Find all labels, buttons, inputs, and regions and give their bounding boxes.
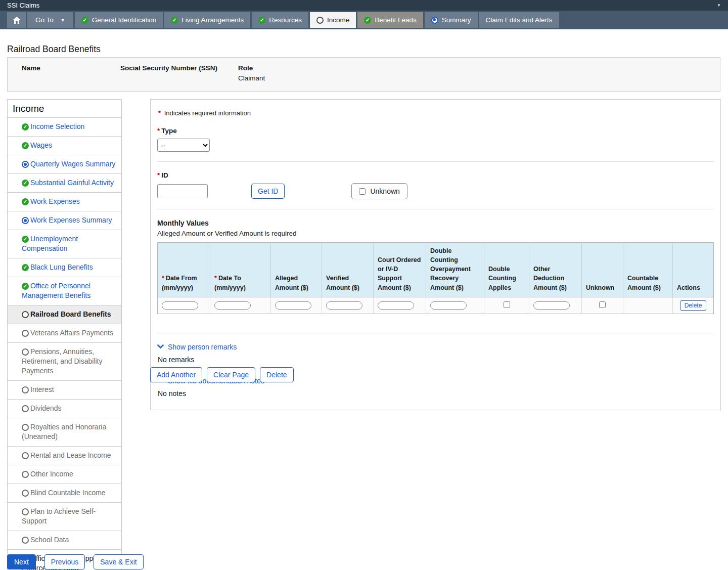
court-ordered-amount-input-cell	[374, 297, 426, 314]
table-header-row: *Date From (mm/yyyy)*Date To (mm/yyyy)Al…	[158, 243, 714, 297]
column-header-label: Other Deduction Amount ($)	[533, 266, 567, 291]
check-circle-icon	[22, 283, 29, 290]
table-row: Delete	[158, 297, 714, 314]
next-button[interactable]: Next	[7, 554, 36, 569]
section-divider	[157, 333, 714, 333]
date-to-input[interactable]	[214, 301, 251, 310]
row-unknown-checkbox[interactable]	[599, 301, 606, 308]
clear-page-button[interactable]: Clear Page	[207, 367, 255, 382]
sidebar-list: Income SelectionWagesQuarterly Wages Sum…	[8, 117, 121, 570]
column-header-label: Court Ordered or IV-D Support Amount ($)	[378, 256, 421, 291]
delete-row-button[interactable]: Delete	[680, 300, 707, 311]
chevron-down-icon[interactable]: ▼	[717, 3, 721, 8]
sidebar-item-quarterly-wages-summary[interactable]: Quarterly Wages Summary	[8, 155, 121, 173]
double-counting-recovery-input-cell	[426, 297, 484, 314]
delete-button[interactable]: Delete	[260, 367, 293, 382]
id-input[interactable]	[157, 184, 208, 198]
sidebar-item-label: Black Lung Benefits	[30, 263, 93, 271]
court-ordered-amount-input[interactable]	[378, 301, 414, 310]
circle-icon	[22, 452, 29, 459]
check-circle-icon	[22, 123, 29, 130]
nav-tab-benefit-leads[interactable]: Benefit Leads	[357, 12, 423, 28]
required-note-text: Indicates required information	[164, 109, 251, 117]
nav-tab-resources[interactable]: Resources	[252, 12, 308, 28]
home-button[interactable]	[7, 12, 26, 28]
check-circle-icon	[258, 17, 265, 24]
id-row: Get ID Unknown	[157, 183, 714, 199]
column-header-double-counting-applies: Double Counting Applies	[484, 243, 529, 297]
sidebar-item-office-of-personnel-management-benefits[interactable]: Office of Personnel Management Benefits	[8, 277, 121, 305]
sidebar-title: Income	[8, 100, 121, 117]
previous-button[interactable]: Previous	[44, 554, 85, 569]
section-divider	[157, 209, 714, 209]
id-unknown-label: Unknown	[370, 187, 399, 195]
nav-tab-label: Income	[327, 16, 349, 24]
sidebar-item-label: School Data	[30, 536, 69, 544]
date-to-input-cell	[210, 297, 271, 314]
circle-icon	[22, 405, 29, 412]
required-asterisk: *	[157, 127, 160, 135]
nav-tab-claim-edits-and-alerts[interactable]: Claim Edits and Alerts	[479, 12, 559, 28]
sidebar-item-work-expenses[interactable]: Work Expenses	[8, 192, 121, 211]
sidebar-item-wages[interactable]: Wages	[8, 136, 121, 155]
sidebar-item-income-selection[interactable]: Income Selection	[8, 117, 121, 136]
type-select[interactable]: --	[157, 139, 210, 152]
income-sidebar: Income Income SelectionWagesQuarterly Wa…	[7, 99, 122, 570]
sidebar-item-black-lung-benefits[interactable]: Black Lung Benefits	[8, 258, 121, 277]
sidebar-item-label: Dividends	[30, 404, 61, 412]
id-unknown-box[interactable]: Unknown	[351, 183, 407, 199]
in-progress-icon	[22, 161, 29, 168]
sidebar-item-label: Interest	[30, 385, 54, 393]
sidebar-item-other-income: Other Income	[8, 465, 121, 484]
sidebar-item-label: Income Selection	[30, 122, 84, 130]
date-from-input[interactable]	[162, 301, 198, 310]
sidebar-item-royalties-and-honoraria-unearned: Royalties and Honoraria (Unearned)	[8, 418, 121, 446]
sidebar-item-label: Plan to Achieve Self-Support	[22, 507, 96, 525]
role-label: Role	[238, 64, 265, 72]
verified-amount-input[interactable]	[326, 301, 362, 310]
required-asterisk: *	[162, 275, 164, 282]
sidebar-item-unemployment-compensation[interactable]: Unemployment Compensation	[8, 230, 121, 258]
sidebar-item-plan-to-achieve-self-support: Plan to Achieve Self-Support	[8, 502, 121, 531]
page-title: Railroad Board Benefits	[7, 44, 101, 55]
sidebar-item-railroad-board-benefits[interactable]: Railroad Board Benefits	[8, 305, 121, 324]
required-asterisk: *	[158, 109, 161, 117]
double-counting-applies-checkbox-cell	[484, 297, 529, 314]
column-header-label: Countable Amount ($)	[627, 275, 661, 291]
person-role-column: Role Claimant	[238, 64, 265, 91]
circle-icon	[22, 348, 29, 356]
show-person-remarks-toggle[interactable]: Show person remarks	[157, 343, 714, 351]
monthly-values-subtitle: Alleged Amount or Verified Amount is req…	[157, 230, 714, 237]
sidebar-item-label: Work Expenses	[30, 197, 80, 205]
sidebar-item-work-expenses-summary[interactable]: Work Expenses Summary	[8, 211, 121, 230]
name-label: Name	[22, 64, 120, 72]
nav-tab-income[interactable]: Income	[310, 12, 356, 28]
column-header-countable-amount: Countable Amount ($)	[623, 243, 673, 297]
double-counting-applies-checkbox[interactable]	[504, 301, 510, 308]
sidebar-item-label: Railroad Board Benefits	[30, 310, 111, 318]
nav-tab-living-arrangements[interactable]: Living Arrangements	[164, 12, 250, 28]
monthly-values-title: Monthly Values	[157, 219, 714, 227]
nav-tab-summary[interactable]: Summary	[425, 12, 478, 28]
circle-icon	[22, 330, 29, 337]
get-id-button[interactable]: Get ID	[251, 184, 285, 199]
sidebar-item-label: Rental and Lease Income	[30, 451, 111, 459]
sidebar-item-label: Work Expenses Summary	[30, 216, 112, 224]
goto-menu-button[interactable]: Go To ▼	[27, 12, 73, 28]
save-exit-button[interactable]: Save & Exit	[94, 554, 143, 569]
nav-tab-label: General Identification	[92, 16, 157, 24]
id-unknown-checkbox[interactable]	[359, 188, 366, 195]
add-another-button[interactable]: Add Another	[150, 367, 202, 382]
circle-icon	[22, 508, 29, 515]
column-header-label: Double Counting Applies	[488, 266, 516, 291]
show-person-remarks-label: Show person remarks	[168, 343, 237, 351]
alleged-amount-input[interactable]	[275, 301, 311, 310]
required-asterisk: *	[214, 275, 217, 282]
sidebar-item-substantial-gainful-activity[interactable]: Substantial Gainful Activity	[8, 173, 121, 192]
circle-icon	[22, 537, 29, 544]
double-counting-recovery-input[interactable]	[430, 301, 467, 310]
nav-tab-general-identification[interactable]: General Identification	[75, 12, 163, 28]
column-header-other-deduction-amount: Other Deduction Amount ($)	[529, 243, 582, 297]
main-nav: Go To ▼ General IdentificationLiving Arr…	[0, 11, 728, 29]
other-deduction-input[interactable]	[533, 301, 570, 310]
